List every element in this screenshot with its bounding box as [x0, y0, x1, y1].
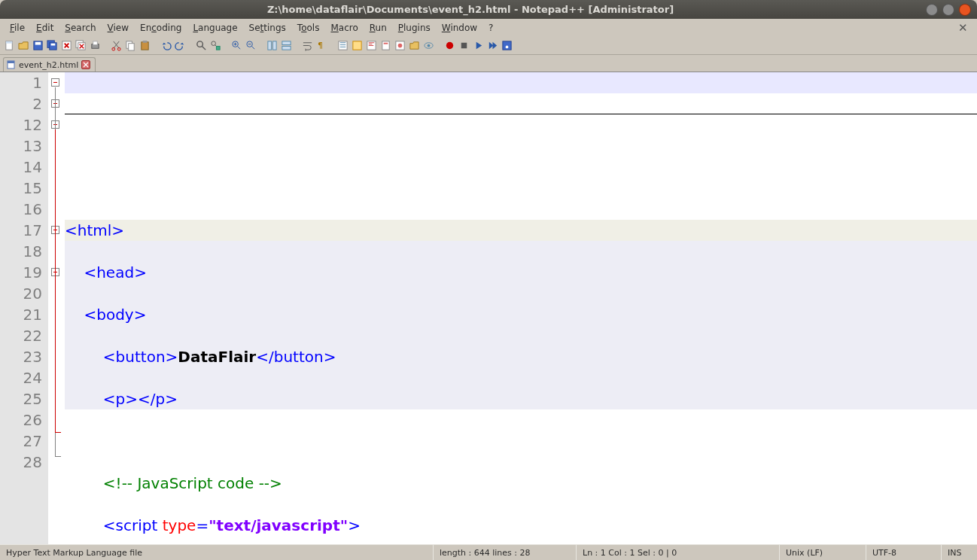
- paste-icon[interactable]: [138, 39, 151, 53]
- minimize-icon[interactable]: [926, 4, 938, 16]
- doc-list-icon[interactable]: [379, 39, 392, 53]
- save-all-icon[interactable]: [45, 39, 59, 53]
- menu-plugins[interactable]: Plugins: [393, 20, 436, 35]
- stop-macro-icon[interactable]: [457, 39, 470, 53]
- fold-margin[interactable]: [48, 72, 65, 544]
- svg-rect-42: [8, 61, 14, 63]
- file-tab[interactable]: event_h2.html: [3, 57, 96, 72]
- svg-text:¶: ¶: [317, 41, 322, 50]
- play-multi-icon[interactable]: [485, 39, 499, 53]
- close-file-icon[interactable]: [59, 39, 73, 53]
- line-number-gutter: 1212 131415 161718 192021 222324 252627 …: [0, 72, 48, 544]
- svg-rect-1: [5, 41, 11, 44]
- svg-rect-17: [142, 41, 147, 43]
- svg-rect-15: [128, 44, 134, 50]
- menu-run[interactable]: Run: [364, 20, 392, 35]
- replace-icon[interactable]: [208, 39, 222, 53]
- menu-view[interactable]: View: [102, 20, 134, 35]
- menu-encoding[interactable]: Encoding: [135, 20, 187, 35]
- svg-rect-38: [461, 43, 467, 49]
- svg-rect-3: [35, 42, 41, 45]
- indent-guide-icon[interactable]: [336, 39, 349, 53]
- wordwrap-icon[interactable]: [300, 39, 314, 53]
- open-file-icon[interactable]: [17, 39, 30, 53]
- menu-language[interactable]: Language: [187, 20, 242, 35]
- copy-icon[interactable]: [123, 39, 137, 53]
- doc-map-icon[interactable]: [364, 39, 378, 53]
- svg-point-37: [446, 42, 452, 49]
- menu-bar: File Edit Search View Encoding Language …: [0, 19, 977, 37]
- play-macro-icon[interactable]: [471, 39, 485, 53]
- svg-rect-6: [50, 44, 55, 46]
- save-icon[interactable]: [31, 39, 44, 53]
- svg-rect-26: [282, 46, 290, 50]
- svg-rect-29: [352, 41, 361, 50]
- menu-macro[interactable]: Macro: [325, 20, 363, 35]
- toolbar: ¶: [0, 37, 977, 55]
- svg-rect-16: [141, 42, 148, 50]
- svg-point-36: [427, 44, 430, 47]
- close-icon[interactable]: [959, 4, 971, 16]
- menu-window[interactable]: Window: [437, 20, 482, 35]
- zoom-in-icon[interactable]: [230, 39, 243, 53]
- menu-search[interactable]: Search: [59, 20, 101, 35]
- svg-rect-23: [267, 41, 271, 50]
- menu-file[interactable]: File: [5, 20, 30, 35]
- user-lang-icon[interactable]: [350, 39, 364, 53]
- monitoring-icon[interactable]: [422, 39, 435, 53]
- folder-workspace-icon[interactable]: [407, 39, 421, 53]
- svg-point-18: [196, 41, 202, 47]
- menu-edit[interactable]: Edit: [31, 20, 59, 35]
- sync-v-icon[interactable]: [265, 39, 278, 53]
- record-macro-icon[interactable]: [443, 39, 456, 53]
- svg-rect-20: [216, 46, 220, 50]
- tab-close-icon[interactable]: [81, 60, 90, 69]
- sync-h-icon[interactable]: [279, 39, 293, 53]
- svg-point-40: [505, 46, 508, 49]
- file-icon: [7, 60, 16, 69]
- undo-icon[interactable]: [159, 39, 172, 53]
- redo-icon[interactable]: [173, 39, 187, 53]
- svg-rect-31: [382, 41, 388, 50]
- window-title: Z:\home\dataflair\Documents\event_h2.htm…: [15, 4, 926, 15]
- save-macro-icon[interactable]: [500, 39, 513, 53]
- svg-rect-32: [383, 43, 388, 44]
- show-all-chars-icon[interactable]: ¶: [315, 39, 328, 53]
- tab-label: event_h2.html: [19, 60, 78, 70]
- print-icon[interactable]: [88, 39, 102, 53]
- code-editor[interactable]: 1212 131415 161718 192021 222324 252627 …: [0, 72, 977, 544]
- close-all-icon[interactable]: [74, 39, 87, 53]
- find-icon[interactable]: [194, 39, 208, 53]
- svg-rect-24: [272, 41, 276, 50]
- svg-rect-25: [282, 41, 290, 45]
- menu-help[interactable]: ?: [483, 20, 498, 35]
- tab-strip: event_h2.html: [0, 55, 977, 72]
- close-x-icon[interactable]: ✕: [958, 21, 972, 35]
- svg-point-34: [397, 44, 402, 48]
- cut-icon[interactable]: [109, 39, 123, 53]
- zoom-out-icon[interactable]: [244, 39, 257, 53]
- menu-tools[interactable]: Tools: [292, 20, 325, 35]
- title-bar: Z:\home\dataflair\Documents\event_h2.htm…: [0, 0, 977, 19]
- svg-rect-11: [93, 41, 97, 45]
- maximize-icon[interactable]: [942, 4, 954, 16]
- function-list-icon[interactable]: [393, 39, 406, 53]
- new-file-icon[interactable]: [2, 39, 16, 53]
- menu-settings[interactable]: Settings: [244, 20, 291, 35]
